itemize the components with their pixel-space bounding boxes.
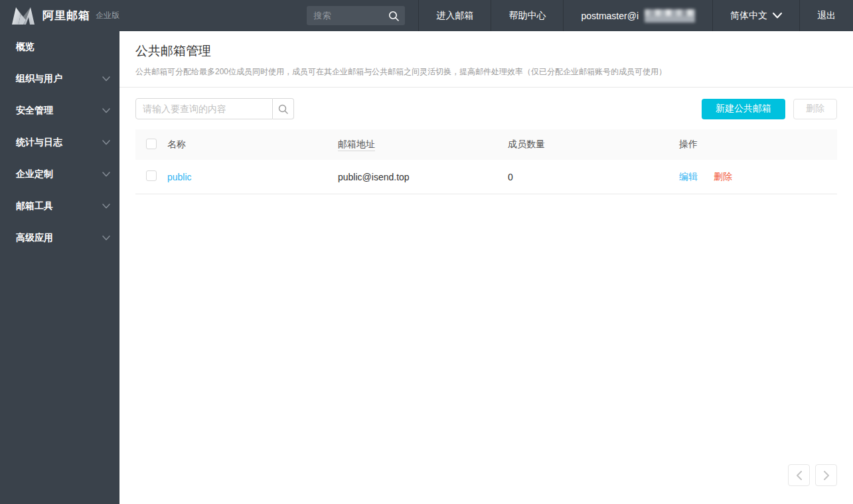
column-header-members: 成员数量 <box>508 139 679 151</box>
sidebar-item-label: 企业定制 <box>16 168 53 180</box>
topbar-nav: 进入邮箱 帮助中心 postmaster@i 简体中文 退出 <box>418 0 853 31</box>
language-selector[interactable]: 简体中文 <box>712 0 799 31</box>
sidebar-item-overview[interactable]: 概览 <box>0 31 119 63</box>
chevron-down-icon <box>102 172 110 177</box>
table-header-row: 名称 邮箱地址 成员数量 操作 <box>135 129 837 160</box>
alimail-logo: 阿里邮箱 企业版 <box>0 0 119 31</box>
alimail-m-icon <box>11 6 36 26</box>
chevron-left-icon <box>796 471 803 480</box>
main-content: 公共邮箱管理 公共邮箱可分配给最多200位成员同时使用，成员可在其企业邮箱与公共… <box>119 31 853 504</box>
create-public-mailbox-button[interactable]: 新建公共邮箱 <box>702 99 785 119</box>
logo-text: 阿里邮箱 <box>42 8 90 23</box>
sidebar-item-mail-tools[interactable]: 邮箱工具 <box>0 190 119 222</box>
edit-link[interactable]: 编辑 <box>679 171 698 182</box>
topbar: 阿里邮箱 企业版 进入邮箱 帮助中心 postmaster@i 简体中文 退出 <box>0 0 853 31</box>
column-header-address: 邮箱地址 <box>338 139 375 151</box>
chevron-right-icon <box>823 471 830 480</box>
search-icon <box>277 103 289 115</box>
query-input[interactable] <box>135 98 273 119</box>
public-mailbox-table: 名称 邮箱地址 成员数量 操作 public public@isend.top … <box>135 129 837 194</box>
page-subtitle: 公共邮箱可分配给最多200位成员同时使用，成员可在其企业邮箱与公共邮箱之间灵活切… <box>135 66 837 78</box>
search-icon[interactable] <box>388 10 400 22</box>
help-center-button[interactable]: 帮助中心 <box>491 0 563 31</box>
toolbar-actions: 新建公共邮箱 删除 <box>702 99 837 119</box>
logo-edition-badge: 企业版 <box>96 10 119 21</box>
query-search-button[interactable] <box>273 98 294 119</box>
sidebar: 概览 组织与用户 安全管理 统计与日志 企业定制 邮箱工具 高级应用 <box>0 31 119 504</box>
select-all-checkbox[interactable] <box>146 139 157 149</box>
sidebar-item-label: 组织与用户 <box>16 73 62 85</box>
sidebar-item-label: 统计与日志 <box>16 137 62 149</box>
next-page-button[interactable] <box>815 464 837 486</box>
topbar-search <box>307 6 405 25</box>
help-center-label: 帮助中心 <box>508 10 546 22</box>
table-row: public public@isend.top 0 编辑 删除 <box>135 160 837 194</box>
prev-page-button[interactable] <box>788 464 810 486</box>
row-checkbox[interactable] <box>146 170 157 181</box>
sidebar-item-stats-logs[interactable]: 统计与日志 <box>0 127 119 158</box>
enter-mailbox-label: 进入邮箱 <box>436 10 473 22</box>
toolbar: 新建公共邮箱 删除 <box>119 88 853 129</box>
mailbox-members-cell: 0 <box>508 172 679 182</box>
chevron-down-icon <box>102 108 110 113</box>
sidebar-item-security[interactable]: 安全管理 <box>0 95 119 127</box>
sidebar-item-label: 邮箱工具 <box>16 200 53 212</box>
chevron-down-icon <box>102 76 110 82</box>
mailbox-address-cell: public@isend.top <box>338 172 508 182</box>
account-menu[interactable]: postmaster@i <box>563 0 712 31</box>
sidebar-item-label: 概览 <box>16 41 35 53</box>
delete-link[interactable]: 删除 <box>714 171 732 182</box>
logout-button[interactable]: 退出 <box>799 0 853 31</box>
account-email: postmaster@i <box>581 11 639 21</box>
account-email-redacted <box>645 9 695 23</box>
chevron-down-icon <box>102 140 110 145</box>
column-header-name: 名称 <box>167 139 338 151</box>
sidebar-item-advanced-apps[interactable]: 高级应用 <box>0 222 119 254</box>
sidebar-item-label: 高级应用 <box>16 232 53 244</box>
query-group <box>135 98 294 119</box>
sidebar-item-label: 安全管理 <box>16 105 53 117</box>
language-label: 简体中文 <box>730 10 767 22</box>
delete-button[interactable]: 删除 <box>793 99 837 119</box>
logout-label: 退出 <box>817 10 836 22</box>
sidebar-item-enterprise-custom[interactable]: 企业定制 <box>0 158 119 190</box>
chevron-down-icon <box>102 235 110 241</box>
column-header-actions: 操作 <box>679 139 837 151</box>
pagination <box>788 464 837 486</box>
page-header: 公共邮箱管理 公共邮箱可分配给最多200位成员同时使用，成员可在其企业邮箱与公共… <box>119 31 853 88</box>
page-title: 公共邮箱管理 <box>135 42 837 60</box>
mailbox-name-link[interactable]: public <box>167 172 192 182</box>
enter-mailbox-button[interactable]: 进入邮箱 <box>418 0 491 31</box>
topbar-search-input[interactable] <box>313 11 388 21</box>
chevron-down-icon <box>773 13 782 19</box>
chevron-down-icon <box>102 204 110 209</box>
sidebar-item-org-users[interactable]: 组织与用户 <box>0 63 119 95</box>
